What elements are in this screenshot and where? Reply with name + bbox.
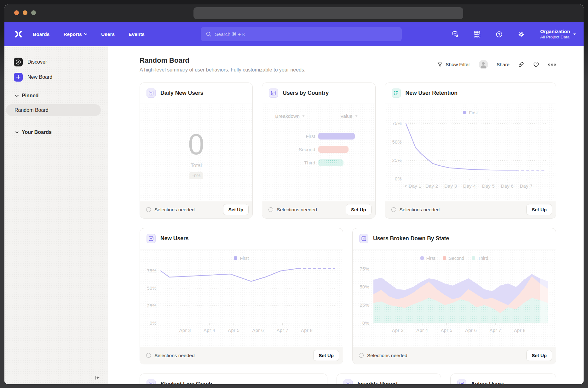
card-daily-new-users: Daily New Users 0 Total ↑0% Selections n… bbox=[140, 83, 253, 219]
page-subtitle: A high-level summary of user behaviors. … bbox=[140, 67, 305, 73]
zoom-window-button[interactable] bbox=[31, 10, 36, 15]
sidebar-item-discover[interactable]: Discover bbox=[14, 58, 47, 66]
new-users-chart: 75%50%25%0%Apr 3Apr 4Apr 5Apr 6Apr 7Apr … bbox=[140, 249, 343, 347]
desktop: { "nav": { "menu": ["Boards", "Reports",… bbox=[0, 0, 588, 388]
show-filter-button[interactable]: Show Filter bbox=[437, 62, 470, 68]
card-title: Insights Report bbox=[357, 381, 398, 384]
sidebar-item-random-board[interactable]: Random Board bbox=[6, 104, 101, 116]
copy-link-icon[interactable] bbox=[518, 61, 524, 68]
mixpanel-logo-icon[interactable] bbox=[14, 30, 23, 38]
breakdown-dropdown[interactable]: Breakdown bbox=[275, 113, 305, 119]
svg-text:0%: 0% bbox=[150, 321, 157, 326]
chevron-down-icon bbox=[15, 131, 19, 134]
svg-text:Day 3: Day 3 bbox=[444, 184, 457, 189]
search-placeholder: Search ⌘ + K bbox=[215, 31, 245, 37]
card-new-user-retention: New User Retention 75%50%25%0%< Day 1Day… bbox=[385, 83, 556, 219]
bar-third bbox=[318, 159, 343, 166]
org-name: Organization bbox=[540, 28, 570, 34]
svg-text:Apr 5: Apr 5 bbox=[441, 328, 453, 333]
board-actions: Show Filter Share bbox=[437, 60, 556, 69]
search-icon bbox=[206, 31, 212, 37]
set-up-button[interactable]: Set Up bbox=[526, 350, 552, 361]
sidebar-footer bbox=[4, 371, 108, 384]
bar-row: Second bbox=[262, 143, 375, 156]
nav-item-users[interactable]: Users bbox=[101, 31, 115, 37]
status-text: Selections needed bbox=[146, 353, 195, 358]
card-title: Active Users bbox=[471, 381, 504, 384]
svg-text:< Day 1: < Day 1 bbox=[404, 184, 421, 189]
card-footer: Selections needed Set Up bbox=[140, 201, 252, 218]
insights-chart-icon bbox=[147, 88, 156, 98]
bar-row: Third bbox=[262, 156, 375, 169]
sidebar: Discover New Board Pinned Random Board Y… bbox=[4, 46, 108, 384]
card-footer: Selections needed Set Up bbox=[262, 201, 375, 218]
insights-chart-icon bbox=[269, 88, 278, 98]
set-up-button[interactable]: Set Up bbox=[526, 204, 552, 215]
stacked-area-chart: 75%50%25%0%Apr 3Apr 4Apr 5Apr 6Apr 7Apr … bbox=[353, 249, 556, 347]
bar-first bbox=[318, 133, 355, 140]
status-text: Selections needed bbox=[359, 353, 407, 358]
set-up-button[interactable]: Set Up bbox=[346, 204, 372, 215]
sidebar-item-new-board[interactable]: New Board bbox=[14, 73, 52, 82]
project-name: All Project Data bbox=[540, 35, 570, 40]
card-new-users: New Users 75%50%25%0%Apr 3Apr 4Apr 5Apr … bbox=[140, 228, 343, 364]
retention-chart: 75%50%25%0%< Day 1Day 2Day 3Day 4Day 5Da… bbox=[385, 104, 556, 201]
svg-text:Apr 7: Apr 7 bbox=[490, 328, 501, 333]
svg-text:Apr 4: Apr 4 bbox=[416, 328, 428, 333]
close-window-button[interactable] bbox=[14, 10, 19, 15]
minimize-window-button[interactable] bbox=[23, 10, 27, 15]
svg-text:Apr 6: Apr 6 bbox=[252, 328, 264, 333]
apps-grid-icon[interactable] bbox=[473, 31, 481, 38]
filter-icon bbox=[437, 62, 443, 68]
card-users-by-state: Users Broken Down By State 75%50%25%0%Ap… bbox=[352, 228, 556, 364]
share-button[interactable]: Share bbox=[497, 62, 510, 67]
status-circle-icon bbox=[146, 207, 151, 212]
avatar[interactable] bbox=[479, 60, 488, 69]
window-titlebar bbox=[4, 4, 584, 22]
metric-caption: Total bbox=[191, 163, 202, 169]
insights-chart-icon bbox=[343, 379, 353, 384]
more-options-icon[interactable] bbox=[548, 63, 556, 66]
card-title: Daily New Users bbox=[160, 90, 203, 96]
sidebar-section-pinned[interactable]: Pinned bbox=[15, 93, 38, 99]
svg-text:Day 5: Day 5 bbox=[482, 184, 494, 189]
collapse-sidebar-icon[interactable] bbox=[94, 374, 100, 381]
svg-text:Apr 3: Apr 3 bbox=[179, 328, 191, 333]
insights-chart-icon bbox=[147, 234, 156, 243]
set-up-button[interactable]: Set Up bbox=[313, 350, 339, 361]
sidebar-section-your-boards[interactable]: Your Boards bbox=[15, 129, 52, 135]
svg-text:Apr 8: Apr 8 bbox=[301, 328, 313, 333]
svg-text:Apr 7: Apr 7 bbox=[277, 328, 288, 333]
help-icon[interactable]: ? bbox=[495, 31, 503, 38]
svg-text:50%: 50% bbox=[147, 286, 157, 291]
favorite-heart-icon[interactable] bbox=[533, 61, 539, 68]
card-title: New Users bbox=[160, 235, 189, 242]
nav-item-events[interactable]: Events bbox=[129, 31, 145, 37]
browser-address-bar[interactable] bbox=[193, 7, 463, 19]
set-up-button[interactable]: Set Up bbox=[223, 204, 249, 215]
card-users-by-country: Users by Country Breakdown Value bbox=[262, 83, 375, 219]
svg-text:50%: 50% bbox=[392, 139, 402, 144]
browser-window: Boards Reports Users Events Search ⌘ + K bbox=[4, 4, 584, 384]
retention-grid-icon bbox=[392, 88, 401, 98]
nav-item-boards[interactable]: Boards bbox=[33, 31, 49, 37]
settings-icon[interactable] bbox=[517, 31, 525, 38]
metric-delta-badge: ↑0% bbox=[189, 172, 203, 179]
value-dropdown[interactable]: Value bbox=[340, 113, 358, 119]
data-source-icon[interactable] bbox=[451, 31, 459, 38]
status-text: Selections needed bbox=[268, 207, 317, 213]
svg-text:Apr 4: Apr 4 bbox=[204, 328, 215, 333]
chevron-down-icon bbox=[573, 33, 576, 35]
org-project-switcher[interactable]: Organization All Project Data bbox=[540, 28, 576, 40]
traffic-lights bbox=[14, 10, 36, 15]
svg-text:75%: 75% bbox=[360, 266, 369, 271]
search-input[interactable]: Search ⌘ + K bbox=[201, 27, 402, 41]
card-title: Users Broken Down By State bbox=[373, 235, 449, 242]
nav-item-reports[interactable]: Reports bbox=[63, 31, 87, 37]
compass-icon bbox=[14, 58, 23, 66]
bar-row: First bbox=[262, 130, 375, 143]
card-title: Stacked Line Graph bbox=[160, 381, 212, 384]
svg-text:?: ? bbox=[498, 32, 500, 36]
insights-chart-icon bbox=[457, 379, 466, 384]
nav-menu: Boards Reports Users Events bbox=[33, 31, 145, 37]
